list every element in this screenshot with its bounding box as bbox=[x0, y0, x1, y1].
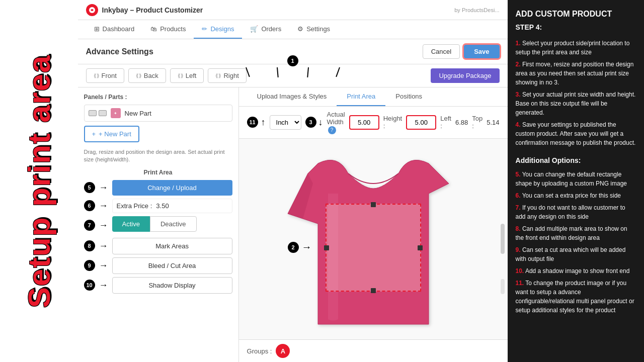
add-8-text: 8. Can add multiple mark area to show on… bbox=[516, 224, 636, 242]
drag-hint: Drag, resize and position the design are… bbox=[84, 148, 232, 164]
top-value: 5.14 bbox=[487, 119, 499, 126]
extra-price-value: 3.50 bbox=[156, 202, 169, 210]
step-1-text: 1. Select your product side/print locati… bbox=[516, 39, 636, 57]
info-steps-section: 1. Select your product side/print locati… bbox=[516, 39, 636, 147]
designs-icon: ✏ bbox=[202, 25, 207, 33]
new-part-button[interactable]: + + New Part bbox=[84, 126, 139, 142]
right-info-panel: ADD CUSTOM PRODUCT STEP 4: 1. Select you… bbox=[508, 0, 644, 362]
chevron-icon: ⟪⟫ bbox=[178, 73, 184, 78]
add-11-text: 11. To change the product image or if yo… bbox=[516, 279, 636, 315]
adv-settings-title: Advance Settings bbox=[86, 47, 153, 56]
handle-top-center[interactable] bbox=[371, 202, 376, 207]
top-label: Top : bbox=[472, 115, 482, 130]
add-5-text: 5. You can change the default rectangle … bbox=[516, 170, 636, 188]
chevron-icon: ⟪⟫ bbox=[94, 73, 100, 78]
chevron-icon: ⟪⟫ bbox=[215, 73, 221, 78]
active-toggle-row: 7 → Active Deactive bbox=[84, 216, 232, 235]
print-area-label: Print Area bbox=[84, 169, 232, 176]
tab-print-area[interactable]: Print Area bbox=[337, 87, 385, 106]
tab-settings[interactable]: ⚙ Settings bbox=[289, 20, 338, 39]
info-title: ADD CUSTOM PRODUCT bbox=[516, 8, 636, 20]
left-value: 6.88 bbox=[455, 119, 468, 126]
bleed-cut-button[interactable]: Bleed / Cut Area bbox=[112, 257, 232, 274]
side-front-button[interactable]: ⟪⟫ Front bbox=[86, 68, 124, 83]
body-layout: Panels / Parts : ✦ New Part + + New Part… bbox=[78, 87, 508, 362]
tab-products[interactable]: 🛍 Products bbox=[142, 20, 194, 39]
app-title: Inkybay – Product Customizer bbox=[102, 6, 203, 14]
chevron-icon: ⟪⟫ bbox=[136, 73, 142, 78]
workspace: Advance Settings Cancel Save 1 ⟪⟫ Front bbox=[78, 39, 508, 362]
nav-tabs: ⊞ Dashboard 🛍 Products ✏ Designs 🛒 Order… bbox=[78, 20, 508, 39]
panels-parts-label: Panels / Parts : bbox=[84, 94, 232, 101]
deactive-button[interactable]: Deactive bbox=[150, 216, 197, 232]
settings-icon: ⚙ bbox=[297, 25, 303, 33]
mark-areas-button[interactable]: Mark Areas bbox=[112, 238, 232, 254]
step-11-circle: 11 bbox=[247, 117, 258, 128]
step-5-circle: 5 bbox=[84, 182, 95, 193]
height-input[interactable] bbox=[406, 115, 436, 130]
plus-icon: + bbox=[92, 130, 96, 138]
save-button[interactable]: Save bbox=[464, 45, 499, 58]
cancel-button[interactable]: Cancel bbox=[423, 44, 460, 59]
left-panel: Panels / Parts : ✦ New Part + + New Part… bbox=[78, 87, 239, 362]
step-3-circle: 3 bbox=[305, 117, 316, 128]
upgrade-package-button[interactable]: Upgrade Package bbox=[431, 68, 499, 83]
print-area-box[interactable] bbox=[326, 204, 421, 292]
part-name-label: New Part bbox=[125, 110, 151, 117]
additional-title: Additional Options: bbox=[516, 155, 636, 166]
info-icon[interactable]: ? bbox=[328, 126, 336, 134]
side-right-button[interactable]: ⟪⟫ Right bbox=[208, 68, 246, 83]
scroll-handle-2[interactable] bbox=[501, 279, 505, 294]
side-left-button[interactable]: ⟪⟫ Left bbox=[170, 68, 204, 83]
bottom-bar: Groups : A bbox=[239, 339, 508, 362]
step-8-circle: 8 bbox=[84, 240, 95, 251]
left-banner: Setup print area bbox=[0, 0, 78, 362]
products-icon: 🛍 bbox=[150, 25, 157, 33]
side-selector: 1 ⟪⟫ Front ⟪⟫ Back ⟪⟫ Left bbox=[78, 64, 508, 87]
tab-upload-images[interactable]: Upload Images & Styles bbox=[247, 87, 337, 106]
add-6-text: 6. You can set a extra price for this si… bbox=[516, 191, 636, 200]
top-bar: Inkybay – Product Customizer by Products… bbox=[78, 0, 508, 20]
tab-designs[interactable]: ✏ Designs bbox=[194, 20, 242, 39]
tab-positions[interactable]: Positions bbox=[385, 87, 432, 106]
step-7-circle: 7 bbox=[84, 220, 95, 231]
step-2-text: 2. First move, resize and position the d… bbox=[516, 60, 636, 87]
tshirt-container: 2 → bbox=[278, 139, 469, 340]
step-6-circle: 6 bbox=[84, 200, 95, 211]
height-label: Height : bbox=[383, 115, 403, 130]
adv-header: Advance Settings Cancel Save bbox=[78, 39, 508, 64]
add-9-text: 9. Can set a cut area which will be adde… bbox=[516, 245, 636, 263]
active-button[interactable]: Active bbox=[112, 216, 150, 232]
canvas-toolbar: 11 ↑ Inch 3 ↓ Actual Width ? bbox=[239, 107, 508, 139]
tab-orders[interactable]: 🛒 Orders bbox=[242, 20, 289, 39]
change-upload-button[interactable]: Change / Upload bbox=[112, 180, 232, 196]
part-item: ✦ New Part bbox=[84, 105, 232, 122]
group-avatar[interactable]: A bbox=[276, 344, 290, 358]
handle-bottom-center[interactable] bbox=[371, 288, 376, 293]
left-label: Left : bbox=[440, 115, 451, 130]
step-4-text: 4. Save your settings to published the c… bbox=[516, 120, 636, 147]
app-logo bbox=[86, 4, 98, 16]
banner-text: Setup print area bbox=[21, 54, 57, 308]
canvas-area: 2 → bbox=[239, 139, 508, 340]
shadow-display-button[interactable]: Shadow Display bbox=[112, 277, 232, 294]
handle-middle-left[interactable] bbox=[324, 245, 329, 250]
change-upload-row: 5 → Change / Upload bbox=[84, 180, 232, 196]
shadow-display-row: 10 → Shadow Display bbox=[84, 277, 232, 294]
header-actions: Cancel Save bbox=[423, 44, 500, 59]
bleed-cut-row: 9 → Bleed / Cut Area bbox=[84, 257, 232, 274]
orders-icon: 🛒 bbox=[250, 25, 258, 33]
dashboard-icon: ⊞ bbox=[94, 25, 100, 33]
extra-price-label: Extra Price : bbox=[117, 202, 152, 210]
step-3-text: 3. Set your actual print size width and … bbox=[516, 90, 636, 117]
tab-dashboard[interactable]: ⊞ Dashboard bbox=[86, 20, 143, 39]
app-by: by ProductsDesi... bbox=[454, 7, 499, 13]
handle-middle-right[interactable] bbox=[418, 245, 423, 250]
info-step: STEP 4: bbox=[516, 22, 636, 33]
width-input[interactable] bbox=[349, 115, 379, 130]
scroll-handle[interactable] bbox=[501, 224, 505, 254]
unit-select[interactable]: Inch bbox=[270, 115, 301, 130]
step-2-annotation: 2 → bbox=[288, 241, 312, 253]
side-back-button[interactable]: ⟪⟫ Back bbox=[128, 68, 166, 83]
main-content: Inkybay – Product Customizer by Products… bbox=[78, 0, 508, 362]
